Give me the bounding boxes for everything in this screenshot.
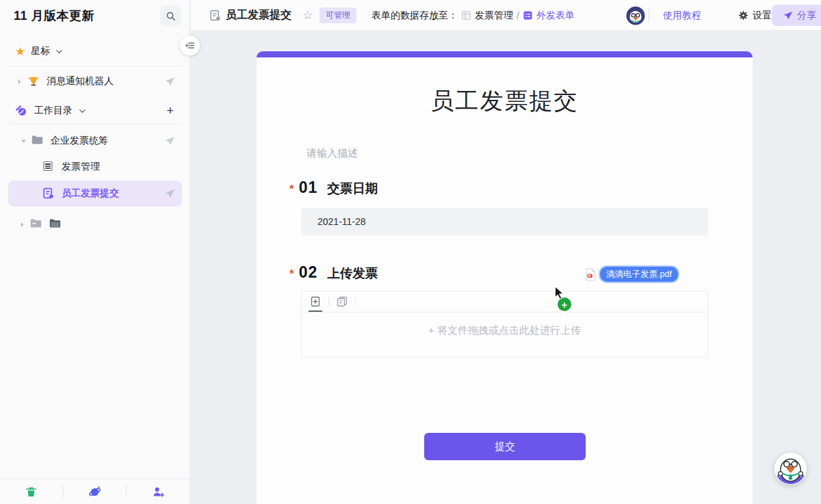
question-2-header: * 02 上传发票 — [289, 263, 378, 282]
document-title: 员工发票提交 — [226, 0, 291, 31]
sidebar-item-invoice-group[interactable]: 企业发票统筹 — [8, 130, 182, 152]
question-2-number: 02 — [299, 263, 318, 282]
sidebar-item-folders[interactable] — [8, 213, 182, 235]
question-2-label: 上传发票 — [327, 265, 378, 282]
send-plane-icon — [165, 189, 175, 199]
question-1-header: * 01 交票日期 — [289, 178, 378, 197]
collapse-sidebar-icon — [185, 40, 195, 51]
upload-toolbar — [302, 291, 707, 313]
sidebar-item-workdir[interactable]: 工作目录 + — [8, 100, 182, 122]
question-1-label: 交票日期 — [327, 180, 378, 197]
gear-icon — [738, 10, 748, 21]
robot-label: 消息通知机器人 — [47, 75, 114, 88]
form-purple-icon — [523, 10, 533, 21]
form-icon — [42, 187, 55, 200]
planet-icon — [88, 486, 101, 499]
invoice-sheet-label: 发票管理 — [62, 161, 100, 173]
folder-icon — [30, 218, 42, 230]
share-plane-icon — [783, 11, 793, 21]
caret-right-icon — [16, 79, 23, 85]
breadcrumb-sheet-link[interactable]: 发票管理 — [475, 10, 513, 22]
person-add-icon — [152, 486, 165, 499]
upload-box: + 将文件拖拽或点击此处进行上传 — [301, 291, 708, 358]
caret-right-icon — [19, 222, 26, 228]
sidebar-item-robot[interactable]: 消息通知机器人 — [8, 70, 182, 92]
storage-prefix-label: 表单的数据存放至： — [372, 10, 458, 22]
divider — [328, 297, 329, 306]
caret-down-icon — [21, 138, 27, 144]
divider — [649, 8, 649, 23]
sidebar-divider — [8, 66, 182, 66]
sidebar-bottom-toolbar — [0, 479, 190, 504]
workdir-label: 工作目录 — [34, 105, 73, 117]
sheet-icon — [42, 161, 55, 173]
active-tab-underline — [309, 310, 322, 312]
sidebar-divider — [8, 123, 182, 124]
topbar: 员工发票提交 ☆ 可管理 表单的数据存放至： 发票管理 / 外发表单 使用教程 … — [191, 0, 821, 31]
doc-form-icon — [209, 0, 221, 31]
favorite-star-button[interactable]: ☆ — [302, 0, 313, 31]
send-plane-icon — [165, 77, 175, 87]
divider — [355, 297, 356, 306]
settings-label: 设置 — [753, 10, 772, 22]
chevron-down-icon — [79, 107, 86, 115]
send-plane-icon — [165, 136, 175, 146]
tutorial-link[interactable]: 使用教程 — [663, 0, 701, 31]
comet-icon — [15, 105, 27, 117]
star-icon: ★ — [15, 44, 25, 59]
collapse-sidebar-button[interactable] — [180, 36, 200, 55]
folder-icon — [31, 135, 44, 147]
breadcrumb-form-link[interactable]: 外发表单 — [536, 10, 575, 22]
required-asterisk: * — [289, 267, 294, 281]
required-asterisk: * — [289, 183, 294, 196]
sidebar: 11 月版本更新 ★ 星标 消息通知机器人 工作目录 — [0, 0, 190, 504]
workspace-title: 11 月版本更新 — [14, 8, 94, 24]
form-description-placeholder[interactable]: 请输入描述 — [307, 147, 358, 160]
submit-button[interactable]: 提交 — [424, 433, 586, 460]
sidebar-item-invoice-sheet[interactable]: 发票管理 — [8, 156, 182, 178]
date-input[interactable]: 2021-11-28 — [301, 208, 708, 235]
settings-button[interactable]: 设置 — [738, 0, 772, 31]
breadcrumb: 表单的数据存放至： 发票管理 / 外发表单 — [372, 0, 575, 31]
dragged-file-chip[interactable]: 滴滴电子发票.pdf — [585, 267, 678, 282]
breadcrumb-separator: / — [517, 10, 519, 21]
sheet-small-icon — [461, 10, 471, 21]
add-button[interactable]: + — [166, 105, 174, 117]
upload-dropzone[interactable]: + 将文件拖拽或点击此处进行上传 — [302, 324, 707, 337]
sidebar-item-employee-form-active[interactable]: 员工发票提交 — [8, 181, 182, 207]
starred-label: 星标 — [31, 45, 50, 57]
employee-form-label: 员工发票提交 — [62, 187, 119, 200]
pdf-file-icon — [585, 268, 597, 281]
user-avatar[interactable] — [626, 0, 645, 31]
permission-badge: 可管理 — [320, 8, 356, 23]
form-card: 员工发票提交 请输入描述 * 01 交票日期 2021-11-28 * 02 上… — [257, 51, 753, 504]
question-1-number: 01 — [299, 178, 318, 197]
trash-icon — [25, 486, 37, 498]
chevron-down-icon — [55, 48, 63, 55]
trophy-icon — [27, 75, 40, 88]
share-label: 分享 — [797, 10, 816, 22]
invoice-group-label: 企业发票统筹 — [51, 135, 108, 147]
search-button[interactable] — [160, 5, 181, 26]
trash-button[interactable] — [0, 486, 63, 498]
card-accent-bar — [257, 51, 753, 57]
dragged-file-name: 滴滴电子发票.pdf — [600, 267, 678, 282]
sidebar-item-starred[interactable]: ★ 星标 — [8, 40, 182, 62]
invite-member-button[interactable] — [127, 486, 190, 499]
planet-button[interactable] — [64, 486, 127, 499]
assistant-mascot-button[interactable] — [774, 453, 807, 485]
permission-badge-wrap: 可管理 — [320, 0, 356, 31]
mouse-cursor-icon — [554, 286, 565, 301]
file-add-tab[interactable] — [310, 296, 321, 307]
main-area: 员工发票提交 请输入描述 * 01 交票日期 2021-11-28 * 02 上… — [191, 31, 821, 504]
share-button[interactable]: 分享 — [772, 5, 821, 26]
form-title: 员工发票提交 — [257, 85, 753, 117]
dark-folder-icon — [49, 218, 62, 230]
search-icon — [166, 11, 176, 21]
copy-files-tab[interactable] — [337, 296, 348, 307]
